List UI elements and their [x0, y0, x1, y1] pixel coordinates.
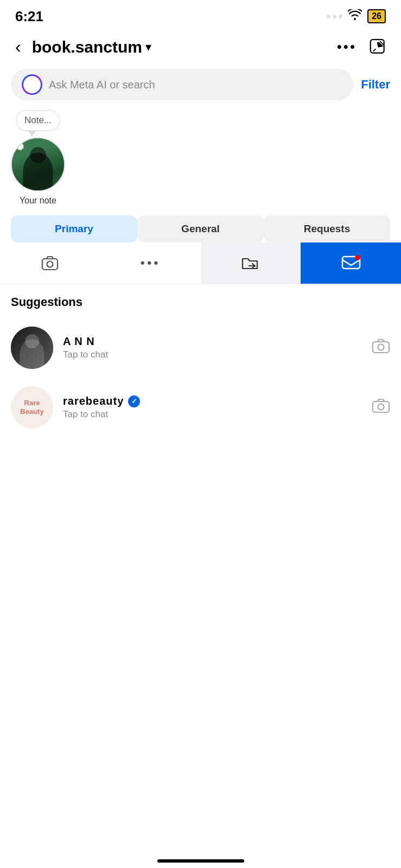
suggestions-section: Suggestions A N N Tap to chat RareBeauty: [0, 284, 401, 443]
move-folder-icon: [241, 254, 260, 272]
status-icons: 26: [327, 9, 386, 23]
tab-requests[interactable]: Requests: [264, 215, 390, 242]
chevron-down-icon[interactable]: ▾: [145, 40, 151, 54]
rarebeauty-name-wrap: rarebeauty ✓: [63, 395, 362, 407]
battery-indicator: 26: [367, 9, 386, 23]
search-input[interactable]: Ask Meta AI or search: [49, 79, 342, 91]
filter-button[interactable]: Filter: [361, 78, 390, 92]
tabs: Primary General Requests: [0, 209, 401, 242]
note-bubble: Note...: [16, 110, 60, 131]
verified-badge-icon: ✓: [128, 395, 140, 407]
avatar: [11, 137, 65, 192]
svg-rect-1: [42, 259, 58, 270]
action-bar: •••: [0, 242, 401, 284]
svg-rect-7: [373, 401, 389, 412]
svg-point-6: [378, 344, 384, 350]
svg-point-4: [355, 255, 360, 260]
rarebeauty-avatar: RareBeauty: [11, 386, 53, 429]
tab-primary[interactable]: Primary: [11, 215, 137, 242]
rarebeauty-sub: Tap to chat: [63, 409, 362, 420]
dots-icon: •••: [141, 256, 161, 271]
header-title-wrap: book.sanctum ▾: [32, 38, 330, 56]
ann-avatar-inner: [11, 327, 53, 369]
ann-sub: Tap to chat: [63, 349, 362, 360]
more-options-button[interactable]: •••: [337, 39, 357, 55]
svg-rect-5: [373, 342, 389, 353]
ann-name-wrap: A N N: [63, 335, 362, 348]
search-bar[interactable]: Ask Meta AI or search: [11, 69, 353, 100]
svg-point-2: [47, 261, 53, 267]
message-icon: [341, 254, 361, 272]
status-bar: 6:21 26: [0, 0, 401, 29]
compose-button[interactable]: [366, 35, 390, 59]
rarebeauty-camera-button[interactable]: [372, 398, 390, 418]
camera-icon: [372, 398, 390, 414]
message-action[interactable]: [301, 242, 401, 284]
ann-info: A N N Tap to chat: [63, 335, 362, 360]
header: ‹ book.sanctum ▾ •••: [0, 29, 401, 65]
note-dot: [16, 143, 24, 150]
camera-icon: [372, 338, 390, 354]
home-indicator: [157, 859, 244, 863]
move-action[interactable]: [201, 242, 301, 284]
camera-icon: [41, 254, 59, 272]
signal-dots-icon: [327, 15, 342, 18]
more-action[interactable]: •••: [100, 242, 201, 284]
note-label: Your note: [20, 196, 56, 206]
your-note-item[interactable]: Note... Your note: [11, 110, 65, 206]
ann-avatar: [11, 327, 53, 369]
compose-icon: [370, 39, 387, 56]
rarebeauty-info: rarebeauty ✓ Tap to chat: [63, 395, 362, 420]
suggestions-title: Suggestions: [11, 295, 390, 309]
notes-section: Note... Your note: [0, 105, 401, 209]
back-button[interactable]: ‹: [11, 35, 26, 59]
wifi-icon: [348, 9, 362, 23]
suggestion-rarebeauty[interactable]: RareBeauty rarebeauty ✓ Tap to chat: [11, 378, 390, 437]
tab-general[interactable]: General: [137, 215, 264, 242]
rarebeauty-name: rarebeauty: [63, 395, 124, 407]
search-wrap: Ask Meta AI or search Filter: [0, 65, 401, 105]
camera-action[interactable]: [0, 242, 100, 284]
header-actions: •••: [337, 35, 390, 59]
page-title: book.sanctum: [32, 38, 142, 56]
status-time: 6:21: [15, 8, 43, 25]
ann-name: A N N: [63, 335, 95, 348]
ann-camera-button[interactable]: [372, 338, 390, 358]
meta-ai-icon: [22, 74, 42, 95]
svg-point-8: [378, 404, 384, 410]
rarebeauty-logo: RareBeauty: [18, 397, 46, 418]
suggestion-ann[interactable]: A N N Tap to chat: [11, 318, 390, 378]
